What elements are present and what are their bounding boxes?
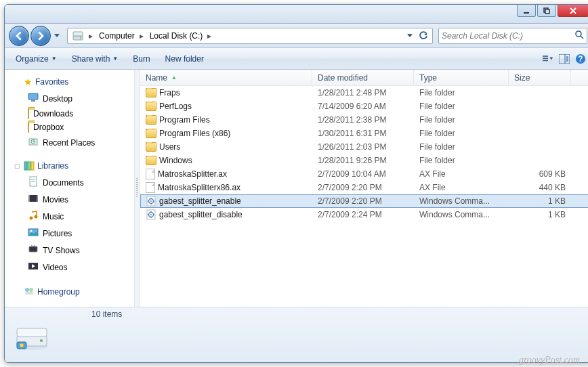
sidebar-item-pictures[interactable]: Pictures — [5, 225, 134, 242]
caret-down-icon: ▼ — [112, 56, 118, 62]
titlebar — [5, 5, 588, 24]
item-label: Downloads — [33, 109, 73, 118]
search-icon[interactable] — [574, 30, 584, 41]
item-label: Recent Places — [43, 138, 95, 148]
svg-point-34 — [30, 230, 33, 232]
sidebar-item-recent-places[interactable]: Recent Places — [5, 134, 134, 151]
item-icon — [28, 244, 39, 257]
favorites-group[interactable]: ★Favorites — [5, 74, 134, 90]
svg-point-32 — [35, 215, 38, 219]
file-row[interactable]: gabest_splitter_disable2/7/2009 2:24 PMW… — [140, 208, 588, 221]
nav-history-dropdown[interactable] — [52, 26, 62, 46]
organize-button[interactable]: Organize▼ — [10, 51, 62, 66]
file-row[interactable]: MatroskaSplitter.ax2/7/2009 10:04 AMAX F… — [140, 167, 588, 181]
breadcrumb-dropdown[interactable] — [404, 30, 416, 42]
sidebar-item-movies[interactable]: Movies — [5, 191, 134, 208]
drive-large-icon — [13, 316, 51, 354]
svg-point-44 — [150, 200, 152, 202]
file-date: 2/7/2009 10:04 AM — [312, 169, 414, 179]
file-name: Program Files (x86) — [159, 129, 230, 138]
breadcrumb[interactable]: ▸ Computer ▸ Local Disk (C:) ▸ — [67, 28, 433, 44]
file-icon — [146, 182, 155, 193]
file-size: 1 KB — [509, 210, 571, 219]
preview-pane-button[interactable] — [559, 53, 570, 64]
pane-splitter[interactable] — [135, 70, 140, 307]
file-size: 440 KB — [509, 183, 571, 192]
view-options-button[interactable] — [543, 53, 553, 64]
svg-line-7 — [581, 36, 583, 39]
chevron-right-icon[interactable]: ▸ — [205, 31, 213, 41]
svg-point-5 — [80, 37, 81, 39]
file-row[interactable]: Windows1/28/2011 9:26 PMFile folder — [140, 154, 588, 167]
forward-button[interactable] — [30, 26, 51, 46]
file-row[interactable]: gabest_splitter_enable2/7/2009 2:20 PMWi… — [140, 194, 588, 208]
cmd-icon — [146, 209, 156, 220]
maximize-button[interactable] — [537, 5, 556, 17]
search-input[interactable] — [442, 31, 574, 41]
column-size[interactable]: Size — [509, 70, 571, 85]
item-icon — [28, 261, 39, 274]
column-date[interactable]: Date modified — [312, 70, 414, 85]
file-list-pane: Name▲ Date modified Type Size Fraps1/28/… — [140, 70, 588, 307]
sidebar-item-desktop[interactable]: Desktop — [5, 90, 134, 107]
item-label: Videos — [43, 263, 67, 272]
file-row[interactable]: Program Files (x86)1/30/2011 6:31 PMFile… — [140, 127, 588, 140]
new-folder-button[interactable]: New folder — [160, 51, 209, 66]
minimize-button[interactable] — [517, 5, 536, 17]
file-row[interactable]: PerfLogs7/14/2009 6:20 AMFile folder — [140, 100, 588, 113]
file-date: 7/14/2009 6:20 AM — [312, 102, 414, 111]
item-icon — [28, 193, 39, 206]
svg-point-51 — [150, 214, 152, 215]
share-with-button[interactable]: Share with▼ — [66, 51, 124, 66]
sidebar-item-music[interactable]: Music — [5, 208, 134, 225]
file-type: File folder — [414, 102, 509, 111]
item-icon — [28, 210, 39, 223]
chevron-right-icon[interactable]: ▸ — [138, 31, 146, 41]
file-name: Fraps — [159, 88, 180, 98]
burn-button[interactable]: Burn — [127, 51, 155, 66]
sidebar-item-downloads[interactable]: Downloads — [5, 107, 134, 121]
file-name: Program Files — [159, 115, 210, 125]
file-row[interactable]: Users1/26/2011 2:03 PMFile folder — [140, 140, 588, 154]
sidebar-item-tv-shows[interactable]: TV Shows — [5, 242, 134, 259]
file-type: File folder — [414, 156, 509, 165]
file-row[interactable]: Program Files1/28/2011 2:38 PMFile folde… — [140, 113, 588, 127]
close-button[interactable] — [558, 5, 588, 17]
file-name: MatroskaSplitter.ax — [158, 169, 227, 179]
svg-point-39 — [25, 288, 29, 292]
file-date: 2/7/2009 2:20 PM — [312, 183, 414, 192]
column-type[interactable]: Type — [414, 70, 509, 85]
chevron-right-icon[interactable]: ▸ — [87, 31, 95, 41]
file-date: 1/28/2011 2:38 PM — [312, 115, 414, 125]
cmd-icon — [146, 196, 156, 207]
item-icon — [28, 123, 29, 132]
breadcrumb-computer[interactable]: Computer — [95, 28, 138, 43]
sidebar-item-documents[interactable]: Documents — [5, 174, 134, 191]
back-button[interactable] — [9, 26, 29, 46]
file-type: Windows Comma... — [414, 196, 509, 206]
file-date: 1/26/2011 2:03 PM — [312, 142, 414, 152]
file-row[interactable]: MatroskaSplitterx86.ax2/7/2009 2:20 PMAX… — [140, 181, 588, 194]
refresh-button[interactable] — [417, 30, 429, 42]
file-type: File folder — [414, 115, 509, 125]
file-type: File folder — [414, 129, 509, 138]
collapse-icon: ▢ — [14, 163, 21, 169]
folder-icon — [146, 115, 156, 125]
homegroup-group[interactable]: Homegroup — [5, 282, 134, 301]
item-icon — [28, 92, 39, 105]
breadcrumb-localdisk[interactable]: Local Disk (C:) — [146, 28, 206, 43]
svg-point-59 — [40, 339, 43, 342]
file-row[interactable]: Fraps1/28/2011 2:48 PMFile folder — [140, 86, 588, 100]
libraries-group[interactable]: ▢Libraries — [5, 158, 134, 174]
navigation-pane: ★Favorites DesktopDownloadsDropboxRecent… — [5, 70, 135, 307]
address-bar: ▸ Computer ▸ Local Disk (C:) ▸ — [5, 24, 588, 48]
sidebar-item-videos[interactable]: Videos — [5, 259, 134, 276]
item-label: Movies — [43, 195, 68, 204]
sidebar-item-dropbox[interactable]: Dropbox — [5, 121, 134, 134]
file-name: Windows — [159, 156, 192, 165]
column-name[interactable]: Name▲ — [140, 70, 312, 85]
folder-icon — [146, 156, 156, 165]
item-label: Dropbox — [33, 123, 64, 132]
help-button[interactable]: ? — [575, 53, 586, 64]
search-box[interactable] — [438, 28, 587, 44]
